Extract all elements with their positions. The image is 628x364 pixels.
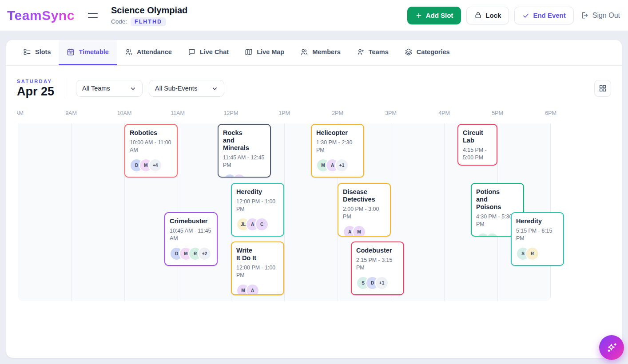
- avatar-group: DMR+2: [170, 248, 212, 260]
- schedule-events: Robotics10:00 AM - 11:00 AMDM+4Rocks and…: [17, 123, 611, 301]
- plus-icon: [415, 12, 422, 19]
- users-icon: [125, 48, 133, 56]
- schedule-controls: SATURDAY Apr 25 All Teams All Sub-Events: [17, 77, 611, 99]
- event-time: 2:15 PM - 3:15 PM: [356, 257, 399, 271]
- event-time: 12:00 PM - 1:00 PM: [236, 198, 279, 213]
- event-card[interactable]: Codebuster2:15 PM - 3:15 PMSD+1: [351, 241, 404, 295]
- grid-icon: [599, 84, 607, 92]
- avatar: [224, 174, 236, 178]
- event-time: 4:15 PM - 5:00 PM: [463, 146, 492, 161]
- event-card[interactable]: Circuit Lab4:15 PM - 5:00 PM: [457, 124, 497, 166]
- time-label: 9AM: [53, 110, 89, 116]
- date-block: SATURDAY Apr 25: [17, 79, 54, 99]
- avatar-group: JLAC: [236, 218, 279, 230]
- app-logo: TeamSync: [7, 8, 88, 23]
- grid-view-button[interactable]: [594, 80, 611, 97]
- subevents-filter-select[interactable]: All Sub-Events: [149, 80, 224, 97]
- event-time: 11:45 AM - 12:45 PM: [223, 154, 266, 169]
- user-plus-icon: [357, 48, 365, 56]
- tab-members[interactable]: Members: [292, 40, 349, 65]
- avatar-group: SR: [516, 248, 559, 260]
- avatar-overflow-count: +1: [376, 277, 388, 289]
- event-title: Robotics: [130, 129, 172, 137]
- event-title: Heredity: [236, 188, 279, 196]
- avatar-group: MA+1: [316, 159, 359, 171]
- lock-button[interactable]: Lock: [466, 7, 509, 24]
- event-code-badge: FLHTHD: [131, 17, 166, 26]
- event-time: 10:45 AM - 11:45 AM: [170, 227, 212, 242]
- add-slot-button[interactable]: Add Slot: [407, 7, 461, 24]
- chevron-down-icon: [130, 85, 136, 92]
- time-label: 12PM: [213, 110, 249, 116]
- sign-out-icon: [580, 11, 588, 20]
- weekday-label: SATURDAY: [17, 79, 54, 84]
- time-label: 2PM: [320, 110, 355, 116]
- end-event-button[interactable]: End Event: [514, 7, 573, 24]
- event-title: Write It Do It: [236, 247, 279, 262]
- event-time: 12:00 PM - 1:00 PM: [236, 264, 279, 279]
- hamburger-menu-icon[interactable]: [88, 13, 99, 18]
- page-title: Science Olympiad: [111, 5, 187, 16]
- avatar-group: AM: [343, 226, 386, 237]
- tab-timetable[interactable]: Timetable: [59, 40, 116, 65]
- chat-bubble-icon: [188, 48, 196, 56]
- time-label: 11AM: [160, 110, 195, 116]
- avatar-overflow-count: +1: [336, 159, 348, 171]
- tab-live-map[interactable]: Live Map: [237, 40, 292, 65]
- main-panel: Slots Timetable Attendance Live Chat Liv…: [6, 40, 622, 358]
- time-label: 1PM: [266, 110, 302, 116]
- event-card[interactable]: Helicopter1:30 PM - 2:30 PMMA+1: [311, 124, 364, 178]
- tab-teams[interactable]: Teams: [349, 40, 397, 65]
- event-card[interactable]: Heredity12:00 PM - 1:00 PMJLAC: [231, 183, 284, 237]
- event-time: 10:00 AM - 11:00 AM: [130, 139, 172, 154]
- sparkle-icon: [606, 342, 618, 354]
- avatar-group: DM+4: [130, 159, 172, 171]
- event-card[interactable]: Disease Detectives2:00 PM - 3:00 PMAM: [338, 183, 391, 237]
- time-label: 8AM: [17, 110, 36, 116]
- check-icon: [522, 12, 529, 19]
- event-card[interactable]: Write It Do It12:00 PM - 1:00 PMMA: [231, 241, 284, 295]
- sign-out-button[interactable]: Sign Out: [579, 11, 621, 20]
- tab-bar: Slots Timetable Attendance Live Chat Liv…: [6, 40, 622, 66]
- avatar: R: [486, 233, 498, 237]
- chevron-down-icon: [211, 85, 218, 92]
- avatar-group: SD+1: [356, 277, 399, 289]
- event-card[interactable]: Heredity5:15 PM - 6:15 PMSR: [511, 212, 564, 266]
- avatar-group: MA: [236, 285, 279, 295]
- tab-attendance[interactable]: Attendance: [117, 40, 180, 65]
- event-time: 2:00 PM - 3:00 PM: [343, 206, 386, 220]
- tab-slots[interactable]: Slots: [15, 40, 59, 65]
- event-title-block: Science Olympiad Code: FLHTHD: [111, 5, 187, 26]
- calendar-icon: [67, 48, 75, 56]
- timetable-schedule: 8AM9AM10AM11AM12PM1PM2PM3PM4PM5PM6PM Rob…: [17, 108, 611, 304]
- event-title: Helicopter: [316, 129, 359, 137]
- assistant-fab-button[interactable]: [599, 335, 624, 360]
- lock-icon: [474, 12, 482, 19]
- event-title: Potions and Poisons: [476, 188, 519, 211]
- event-card[interactable]: Crimebuster10:45 AM - 11:45 AMDMR+2: [164, 212, 218, 266]
- users-icon: [300, 48, 308, 56]
- event-title: Circuit Lab: [463, 129, 492, 144]
- tab-live-chat[interactable]: Live Chat: [180, 40, 237, 65]
- map-icon: [245, 48, 253, 56]
- avatar-overflow-count: +2: [199, 248, 211, 260]
- event-title: Codebuster: [356, 247, 399, 254]
- teams-filter-select[interactable]: All Teams: [76, 80, 143, 97]
- event-title: Heredity: [516, 218, 559, 225]
- event-title: Crimebuster: [170, 218, 212, 225]
- event-title: Disease Detectives: [343, 188, 386, 203]
- avatar: A: [246, 285, 258, 295]
- tab-categories[interactable]: Categories: [397, 40, 458, 65]
- avatar: R: [526, 248, 538, 260]
- event-card[interactable]: Rocks and Minerals11:45 AM - 12:45 PM: [218, 124, 271, 178]
- event-card[interactable]: Robotics10:00 AM - 11:00 AMDM+4: [124, 124, 178, 178]
- time-label: 5PM: [480, 110, 515, 116]
- avatar-group: [223, 174, 266, 178]
- header-actions: Add Slot Lock End Event Sign Out: [407, 7, 621, 24]
- time-label: 3PM: [373, 110, 409, 116]
- divider: [65, 78, 65, 99]
- time-label: 10AM: [107, 110, 142, 116]
- event-title: Rocks and Minerals: [223, 129, 266, 152]
- time-axis: 8AM9AM10AM11AM12PM1PM2PM3PM4PM5PM6PM: [17, 108, 611, 122]
- time-label: 6PM: [533, 110, 568, 116]
